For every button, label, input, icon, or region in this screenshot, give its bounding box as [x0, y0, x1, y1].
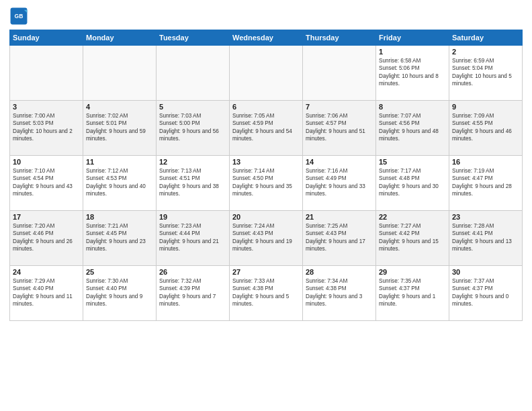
calendar-cell: 28Sunrise: 7:34 AM Sunset: 4:38 PM Dayli…	[303, 266, 376, 321]
day-info: Sunrise: 7:06 AM Sunset: 4:57 PM Dayligh…	[306, 112, 373, 143]
calendar-cell	[230, 46, 303, 101]
week-row-4: 17Sunrise: 7:20 AM Sunset: 4:46 PM Dayli…	[10, 211, 523, 266]
week-row-5: 24Sunrise: 7:29 AM Sunset: 4:40 PM Dayli…	[10, 266, 523, 321]
calendar-cell: 19Sunrise: 7:23 AM Sunset: 4:44 PM Dayli…	[157, 211, 230, 266]
day-number: 14	[306, 158, 373, 166]
day-info: Sunrise: 7:23 AM Sunset: 4:44 PM Dayligh…	[159, 222, 226, 253]
day-info: Sunrise: 7:05 AM Sunset: 4:59 PM Dayligh…	[232, 112, 300, 143]
day-number: 27	[232, 268, 300, 276]
week-row-1: 1Sunrise: 6:58 AM Sunset: 5:06 PM Daylig…	[10, 46, 523, 101]
calendar-cell: 25Sunrise: 7:30 AM Sunset: 4:40 PM Dayli…	[83, 266, 157, 321]
calendar-cell: 20Sunrise: 7:24 AM Sunset: 4:43 PM Dayli…	[230, 211, 303, 266]
day-info: Sunrise: 7:24 AM Sunset: 4:43 PM Dayligh…	[232, 222, 300, 253]
day-number: 4	[86, 103, 153, 111]
calendar-cell: 18Sunrise: 7:21 AM Sunset: 4:45 PM Dayli…	[83, 211, 157, 266]
calendar-cell: 16Sunrise: 7:19 AM Sunset: 4:47 PM Dayli…	[449, 156, 523, 211]
day-info: Sunrise: 7:27 AM Sunset: 4:42 PM Dayligh…	[379, 222, 446, 253]
calendar-cell: 6Sunrise: 7:05 AM Sunset: 4:59 PM Daylig…	[230, 101, 303, 156]
weekday-header-row: SundayMondayTuesdayWednesdayThursdayFrid…	[10, 30, 523, 46]
calendar-cell: 12Sunrise: 7:13 AM Sunset: 4:51 PM Dayli…	[157, 156, 230, 211]
calendar-cell: 11Sunrise: 7:12 AM Sunset: 4:53 PM Dayli…	[83, 156, 157, 211]
calendar-cell: 23Sunrise: 7:28 AM Sunset: 4:41 PM Dayli…	[449, 211, 523, 266]
day-number: 2	[452, 48, 519, 56]
day-number: 8	[379, 103, 446, 111]
day-number: 11	[86, 158, 153, 166]
day-info: Sunrise: 7:02 AM Sunset: 5:01 PM Dayligh…	[86, 112, 153, 143]
calendar-cell: 13Sunrise: 7:14 AM Sunset: 4:50 PM Dayli…	[230, 156, 303, 211]
day-info: Sunrise: 7:17 AM Sunset: 4:48 PM Dayligh…	[379, 167, 446, 198]
logo-icon: GB	[9, 7, 28, 26]
weekday-header-sunday: Sunday	[10, 30, 83, 46]
day-info: Sunrise: 7:25 AM Sunset: 4:43 PM Dayligh…	[306, 222, 373, 253]
calendar-cell: 9Sunrise: 7:09 AM Sunset: 4:55 PM Daylig…	[449, 101, 523, 156]
day-number: 26	[159, 268, 226, 276]
day-info: Sunrise: 7:09 AM Sunset: 4:55 PM Dayligh…	[452, 112, 519, 143]
calendar-cell: 5Sunrise: 7:03 AM Sunset: 5:00 PM Daylig…	[157, 101, 230, 156]
calendar-cell: 26Sunrise: 7:32 AM Sunset: 4:39 PM Dayli…	[157, 266, 230, 321]
weekday-header-thursday: Thursday	[303, 30, 376, 46]
calendar-cell: 22Sunrise: 7:27 AM Sunset: 4:42 PM Dayli…	[376, 211, 449, 266]
day-info: Sunrise: 7:37 AM Sunset: 4:37 PM Dayligh…	[452, 277, 519, 308]
day-number: 1	[379, 48, 446, 56]
day-number: 22	[379, 213, 446, 221]
day-number: 7	[306, 103, 373, 111]
day-info: Sunrise: 7:34 AM Sunset: 4:38 PM Dayligh…	[306, 277, 373, 308]
day-info: Sunrise: 6:59 AM Sunset: 5:04 PM Dayligh…	[452, 57, 519, 88]
calendar-cell: 2Sunrise: 6:59 AM Sunset: 5:04 PM Daylig…	[449, 46, 523, 101]
day-number: 9	[452, 103, 519, 111]
day-number: 16	[452, 158, 519, 166]
calendar-cell: 24Sunrise: 7:29 AM Sunset: 4:40 PM Dayli…	[10, 266, 83, 321]
day-number: 3	[13, 103, 80, 111]
day-number: 6	[232, 103, 300, 111]
day-info: Sunrise: 7:35 AM Sunset: 4:37 PM Dayligh…	[379, 277, 446, 308]
header: GB	[9, 7, 523, 26]
calendar-cell: 30Sunrise: 7:37 AM Sunset: 4:37 PM Dayli…	[449, 266, 523, 321]
day-info: Sunrise: 7:33 AM Sunset: 4:38 PM Dayligh…	[232, 277, 300, 308]
calendar-cell	[303, 46, 376, 101]
week-row-2: 3Sunrise: 7:00 AM Sunset: 5:03 PM Daylig…	[10, 101, 523, 156]
weekday-header-wednesday: Wednesday	[230, 30, 303, 46]
day-info: Sunrise: 7:21 AM Sunset: 4:45 PM Dayligh…	[86, 222, 153, 253]
day-info: Sunrise: 7:30 AM Sunset: 4:40 PM Dayligh…	[86, 277, 153, 308]
page: GB SundayMondayTuesdayWednesdayThursdayF…	[0, 0, 532, 411]
day-info: Sunrise: 7:32 AM Sunset: 4:39 PM Dayligh…	[159, 277, 226, 308]
weekday-header-tuesday: Tuesday	[157, 30, 230, 46]
day-number: 17	[13, 213, 80, 221]
calendar-cell: 8Sunrise: 7:07 AM Sunset: 4:56 PM Daylig…	[376, 101, 449, 156]
day-info: Sunrise: 7:19 AM Sunset: 4:47 PM Dayligh…	[452, 167, 519, 198]
calendar-cell: 14Sunrise: 7:16 AM Sunset: 4:49 PM Dayli…	[303, 156, 376, 211]
day-number: 15	[379, 158, 446, 166]
day-number: 25	[86, 268, 153, 276]
day-info: Sunrise: 7:03 AM Sunset: 5:00 PM Dayligh…	[159, 112, 226, 143]
day-info: Sunrise: 7:07 AM Sunset: 4:56 PM Dayligh…	[379, 112, 446, 143]
calendar-cell: 17Sunrise: 7:20 AM Sunset: 4:46 PM Dayli…	[10, 211, 83, 266]
calendar-cell: 29Sunrise: 7:35 AM Sunset: 4:37 PM Dayli…	[376, 266, 449, 321]
day-number: 21	[306, 213, 373, 221]
day-number: 20	[232, 213, 300, 221]
calendar-cell	[10, 46, 83, 101]
day-info: Sunrise: 7:29 AM Sunset: 4:40 PM Dayligh…	[13, 277, 80, 308]
day-number: 5	[159, 103, 226, 111]
weekday-header-friday: Friday	[376, 30, 449, 46]
day-info: Sunrise: 7:12 AM Sunset: 4:53 PM Dayligh…	[86, 167, 153, 198]
day-info: Sunrise: 7:20 AM Sunset: 4:46 PM Dayligh…	[13, 222, 80, 253]
day-info: Sunrise: 7:10 AM Sunset: 4:54 PM Dayligh…	[13, 167, 80, 198]
calendar-table: SundayMondayTuesdayWednesdayThursdayFrid…	[9, 30, 523, 321]
calendar-cell: 21Sunrise: 7:25 AM Sunset: 4:43 PM Dayli…	[303, 211, 376, 266]
day-info: Sunrise: 6:58 AM Sunset: 5:06 PM Dayligh…	[379, 57, 446, 88]
day-number: 13	[232, 158, 300, 166]
svg-text:GB: GB	[15, 13, 24, 19]
calendar-cell: 1Sunrise: 6:58 AM Sunset: 5:06 PM Daylig…	[376, 46, 449, 101]
day-number: 19	[159, 213, 226, 221]
day-number: 28	[306, 268, 373, 276]
day-number: 12	[159, 158, 226, 166]
week-row-3: 10Sunrise: 7:10 AM Sunset: 4:54 PM Dayli…	[10, 156, 523, 211]
day-info: Sunrise: 7:00 AM Sunset: 5:03 PM Dayligh…	[13, 112, 80, 143]
weekday-header-saturday: Saturday	[449, 30, 523, 46]
day-number: 23	[452, 213, 519, 221]
logo: GB	[9, 7, 30, 26]
calendar-cell	[83, 46, 157, 101]
calendar-cell: 4Sunrise: 7:02 AM Sunset: 5:01 PM Daylig…	[83, 101, 157, 156]
day-number: 24	[13, 268, 80, 276]
day-number: 18	[86, 213, 153, 221]
